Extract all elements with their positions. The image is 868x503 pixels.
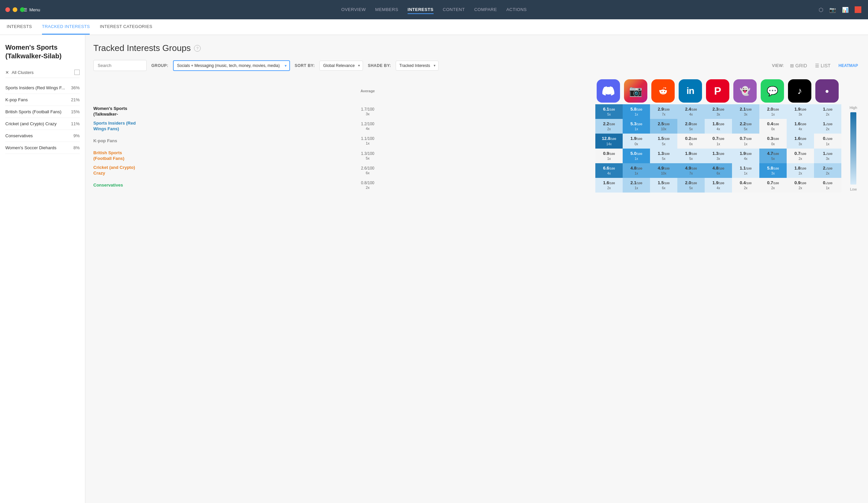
cell-score: 2.5/100	[658, 121, 670, 127]
maximize-button[interactable]	[20, 7, 25, 12]
chart-icon[interactable]: 📊	[842, 7, 849, 13]
heat-cell: 0./100 1x	[814, 134, 841, 148]
cluster-item[interactable]: K-pop Fans21%	[5, 94, 80, 106]
cell-score: 2.0/100	[685, 121, 697, 127]
heatmap-view-button[interactable]: HEATMAP	[837, 62, 860, 69]
cell-score: 0.7/100	[794, 150, 806, 157]
cell-mult: 2x	[826, 171, 830, 176]
cluster-item[interactable]: Women's Soccer Diehards8%	[5, 142, 80, 154]
heat-cell-inner: 0.9/100 2x	[788, 180, 813, 190]
heat-cell: 1.8/100 4x	[705, 119, 732, 134]
heat-cell: 2.3/100 3x	[705, 104, 732, 119]
cell-mult: 5x	[662, 157, 666, 161]
cell-score: 1.6/100	[794, 121, 806, 127]
heat-cell-inner: 1.6/100 3x	[788, 136, 813, 146]
group-select[interactable]: Socials + Messaging (music, tech, money,…	[173, 60, 290, 71]
whatsapp-header: 💬	[760, 77, 787, 104]
cell-score: 1.5/100	[658, 180, 670, 186]
content-area: Tracked Interests Groups ? GROUP: Social…	[85, 35, 868, 503]
cell-score: 5.3/100	[630, 121, 642, 127]
all-clusters-row[interactable]: ✕ All Clusters	[5, 67, 80, 78]
share-icon[interactable]: ⬡	[819, 7, 823, 13]
menu-label: Menu	[29, 7, 40, 12]
nav-actions[interactable]: ACTIONS	[506, 6, 527, 14]
shade-select[interactable]: Tracked Interests	[396, 61, 439, 71]
cell-mult: 1x	[635, 112, 638, 117]
heat-cell: 5.8/100 3x	[760, 163, 787, 178]
cell-mult: 1x	[635, 127, 638, 132]
heat-cell-inner: 0.9/100 1x	[597, 150, 621, 161]
cluster-item[interactable]: Sports Insiders (Red Wings F...36%	[5, 82, 80, 94]
cell-score: 5.8/100	[767, 165, 779, 171]
all-clusters-checkbox[interactable]	[74, 70, 80, 75]
page-title-text: Tracked Interests Groups	[93, 43, 191, 53]
camera-icon[interactable]: 📷	[829, 7, 836, 13]
nav-interests[interactable]: INTERESTS	[408, 6, 433, 14]
heat-cell-inner: 1.3/100 5x	[651, 150, 676, 161]
heat-cell: 2.2/100 5x	[732, 119, 760, 134]
heat-cell-inner: 6.6/100 4x	[597, 165, 621, 176]
heat-cell-inner: 2.3/100 3x	[706, 106, 731, 117]
heat-cell: 2.5/100 10x	[650, 119, 677, 134]
heat-cell-inner: 2.0/100 5x	[679, 121, 703, 132]
cell-mult: 4x	[607, 171, 611, 176]
cluster-name: British Sports (Football Fans)	[5, 109, 61, 114]
heat-cell-inner: 2.5/100 10x	[651, 121, 676, 132]
cell-score: 12.8/100	[602, 136, 616, 142]
nav-overview[interactable]: OVERVIEW	[341, 6, 366, 14]
cell-score: 1./100	[823, 121, 832, 127]
cell-mult: 2x	[607, 186, 611, 190]
extra-header: ●	[814, 77, 841, 104]
cell-mult: 3x	[744, 112, 748, 117]
heat-cell-inner: 0.2/100 0x	[679, 136, 703, 146]
cell-score: 0.2/100	[685, 136, 697, 142]
cluster-item[interactable]: Conservatives9%	[5, 130, 80, 142]
heat-cell: 0.9/100 1x	[595, 149, 623, 163]
heat-cell: 1.9/100 0x	[623, 134, 650, 148]
heat-cell-inner: 1.8/100 2x	[788, 165, 813, 176]
cell-mult: 0x	[689, 142, 693, 147]
nav-compare[interactable]: COMPARE	[474, 6, 497, 14]
heat-cell: 1.1/100 1x	[732, 163, 760, 178]
sort-select[interactable]: Global Relevance	[319, 61, 363, 71]
minimize-button[interactable]	[13, 7, 17, 12]
heat-cell-inner: 1.9/100 3x	[788, 106, 813, 117]
cell-score: 0.4/100	[767, 121, 779, 127]
cell-mult: 14x	[606, 142, 612, 147]
heat-cell-inner: 6.1/100 5x	[597, 106, 621, 117]
heatmap-container: Average 📷	[93, 77, 860, 192]
menu-button[interactable]: ☰ Menu	[23, 7, 40, 12]
pinterest-logo: P	[706, 79, 729, 103]
cell-mult: 2x	[771, 186, 775, 190]
nav-content[interactable]: CONTENT	[443, 6, 465, 14]
grid-view-button[interactable]: ⊞ GRID	[788, 62, 809, 70]
list-view-button[interactable]: ☰ LIST	[813, 62, 832, 70]
view-buttons: VIEW: ⊞ GRID ☰ LIST HEATMAP	[772, 62, 860, 70]
heat-cell-inner: 2.1/100 3x	[733, 106, 758, 117]
cell-score: 4.8/100	[630, 165, 642, 171]
heat-cell: 2.0/100 5x	[677, 119, 705, 134]
avg-cell: 1.2/1004x	[140, 119, 595, 134]
cell-mult: 5x	[771, 157, 775, 161]
cell-score: 1.8/100	[794, 165, 806, 171]
linkedin-header: in	[677, 77, 705, 104]
heat-cell: 1.3/100 5x	[650, 149, 677, 163]
close-button[interactable]	[5, 7, 10, 12]
user-avatar[interactable]	[855, 6, 861, 13]
cell-mult: 4x	[799, 127, 802, 132]
nav-members[interactable]: MEMBERS	[375, 6, 398, 14]
subnav-tracked-interests[interactable]: TRACKED INTERESTS	[42, 19, 90, 35]
subnav-interests[interactable]: INTERESTS	[7, 19, 32, 35]
cell-score: 1.9/100	[630, 136, 642, 142]
reddit-header	[650, 77, 677, 104]
search-input[interactable]	[93, 60, 147, 71]
snapchat-logo: 👻	[733, 79, 757, 103]
heat-cell-inner: 0.7/100 1x	[706, 136, 731, 146]
cluster-item[interactable]: Cricket (and Crypto) Crazy11%	[5, 118, 80, 130]
help-icon[interactable]: ?	[194, 45, 201, 52]
cell-mult: 3x	[717, 112, 720, 117]
cluster-item[interactable]: British Sports (Football Fans)15%	[5, 106, 80, 118]
cell-score: 6.6/100	[603, 165, 615, 171]
subnav-interest-categories[interactable]: INTEREST CATEGORIES	[100, 19, 152, 35]
cell-score: 2.1/100	[740, 106, 752, 112]
